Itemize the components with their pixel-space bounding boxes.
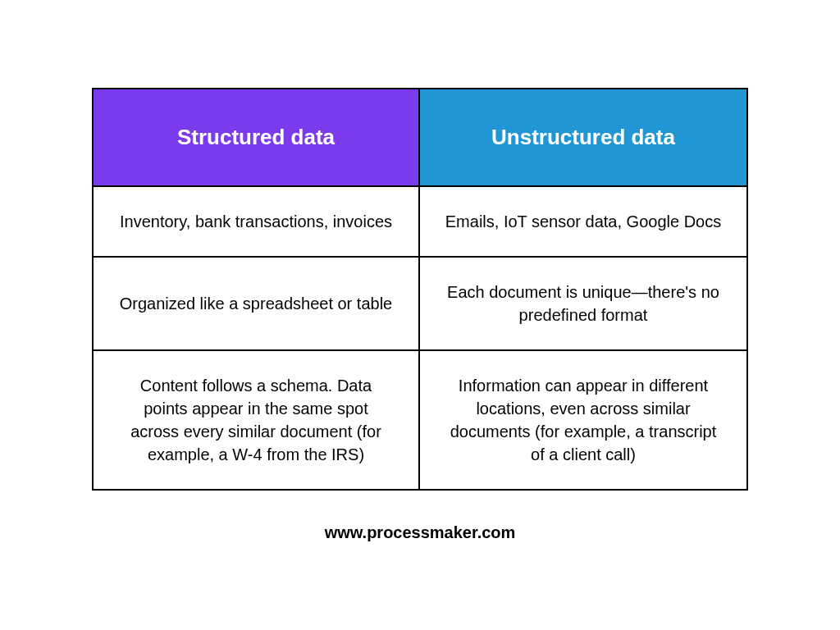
table-row: Inventory, bank transactions, invoices E… [94,185,746,256]
cell-organization-unstructured: Each document is unique—there's no prede… [420,258,746,349]
cell-schema-unstructured: Information can appear in different loca… [420,351,746,489]
header-unstructured: Unstructured data [420,89,746,185]
header-structured: Structured data [94,89,420,185]
table-header-row: Structured data Unstructured data [94,89,746,185]
cell-organization-structured: Organized like a spreadsheet or table [94,258,420,349]
cell-schema-structured: Content follows a schema. Data points ap… [94,351,420,489]
table-row: Content follows a schema. Data points ap… [94,349,746,489]
comparison-table: Structured data Unstructured data Invent… [92,88,748,490]
cell-examples-structured: Inventory, bank transactions, invoices [94,187,420,256]
footer-url: www.processmaker.com [325,523,516,542]
table-row: Organized like a spreadsheet or table Ea… [94,256,746,349]
cell-examples-unstructured: Emails, IoT sensor data, Google Docs [420,187,746,256]
